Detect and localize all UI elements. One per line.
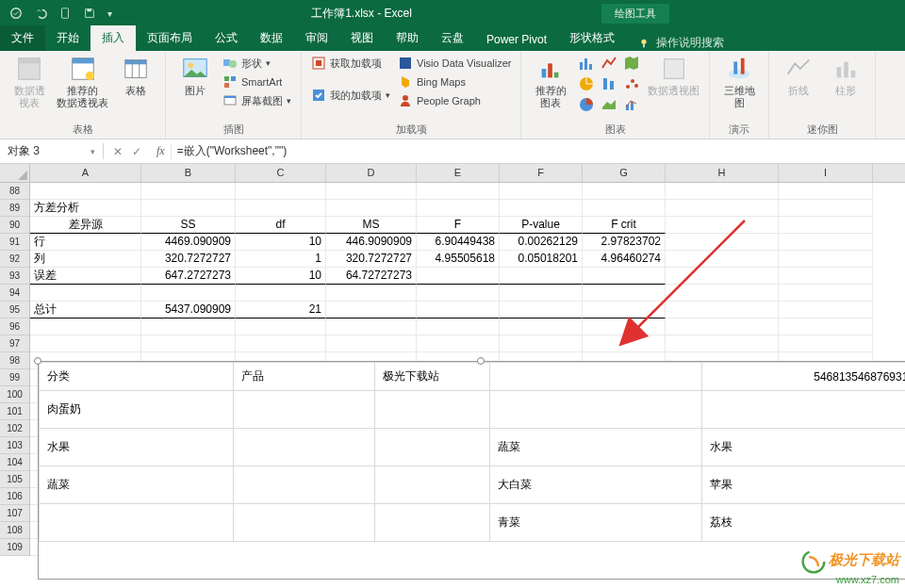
svg-rect-24 <box>316 60 321 66</box>
svg-rect-45 <box>734 62 738 74</box>
qat-more-icon[interactable]: ▾ <box>107 8 112 19</box>
svg-rect-43 <box>665 59 684 79</box>
group-charts: 推荐的 图表 数据透视图 图表 <box>521 51 710 139</box>
svg-rect-20 <box>224 83 229 88</box>
svg-point-15 <box>189 62 194 68</box>
undo-icon[interactable] <box>34 7 47 20</box>
table-button[interactable]: 表格 <box>116 55 156 97</box>
svg-point-27 <box>403 95 408 101</box>
column-headers[interactable]: ABCDEFGHI <box>30 164 905 183</box>
tab-file[interactable]: 文件 <box>0 25 45 51</box>
tab-shape-format[interactable]: 形状格式 <box>558 25 626 51</box>
tab-cloud[interactable]: 云盘 <box>430 25 475 51</box>
people-graph-button[interactable]: People Graph <box>398 92 511 109</box>
svg-rect-6 <box>19 58 41 64</box>
worksheet-grid[interactable]: ABCDEFGHI 888990919293949596979899100101… <box>0 164 905 588</box>
enter-formula-icon[interactable]: ✓ <box>132 145 141 158</box>
svg-point-0 <box>11 8 22 19</box>
sparkline-column-button: 柱形 <box>826 55 865 97</box>
bing-maps-button[interactable]: Bing Maps <box>398 74 511 90</box>
chart-combo-icon[interactable] <box>623 96 640 113</box>
get-addins-button[interactable]: 获取加载项 <box>311 55 390 72</box>
row-headers[interactable]: 8889909192939495969798991001011021031041… <box>0 183 30 556</box>
touch-icon[interactable] <box>58 7 72 20</box>
resize-handle-tm[interactable] <box>477 357 485 365</box>
group-label-addins: 加载项 <box>311 121 511 137</box>
visio-visualizer-button[interactable]: Visio Data Visualizer <box>398 55 511 72</box>
svg-rect-46 <box>741 58 745 74</box>
tab-powerpivot[interactable]: Power Pivot <box>475 28 558 51</box>
svg-point-37 <box>626 85 630 89</box>
window-title: 工作簿1.xlsx - Excel <box>122 6 601 22</box>
chart-pie-icon[interactable] <box>578 96 595 113</box>
pivot-chart-button: 数据透视图 <box>648 55 699 97</box>
pivot-table-button: 数据透 视表 <box>9 55 49 109</box>
screenshot-button[interactable]: 屏幕截图 ▾ <box>222 92 291 109</box>
svg-point-9 <box>85 72 93 80</box>
group-tables: 数据透 视表 推荐的 数据透视表 表格 表格 <box>0 51 166 139</box>
tab-layout[interactable]: 页面布局 <box>136 25 204 51</box>
chart-line-icon[interactable] <box>601 55 617 72</box>
group-label-tables: 表格 <box>9 121 156 137</box>
recommended-pivot-button[interactable]: 推荐的 数据透视表 <box>57 55 108 109</box>
group-addins: 获取加载项 我的加载项 ▾ Visio Data Visualizer Bing… <box>302 51 521 139</box>
group-tours: 三维地 图 演示 <box>710 51 769 139</box>
pictures-button[interactable]: 图片 <box>175 55 215 97</box>
recommended-charts-button[interactable]: 推荐的 图表 <box>531 55 570 109</box>
save-icon[interactable] <box>83 7 96 20</box>
tab-help[interactable]: 帮助 <box>385 25 430 51</box>
autosave-icon[interactable] <box>9 7 23 20</box>
tell-me-search[interactable]: 操作说明搜索 <box>626 35 735 51</box>
group-sparklines: 折线 柱形 迷你图 <box>769 51 876 139</box>
svg-point-39 <box>634 84 638 88</box>
svg-rect-31 <box>580 62 583 70</box>
tab-formulas[interactable]: 公式 <box>204 25 249 51</box>
tab-review[interactable]: 审阅 <box>294 25 339 51</box>
tab-data[interactable]: 数据 <box>249 25 294 51</box>
svg-rect-2 <box>87 9 90 12</box>
svg-rect-8 <box>72 58 93 64</box>
svg-rect-26 <box>400 57 411 69</box>
group-illustrations: 图片 形状 ▾ SmartArt 屏幕截图 ▾ 插图 <box>166 51 302 139</box>
formula-bar: 对象 3▾ ✕ ✓ fx =嵌入("Worksheet","") <box>0 139 905 164</box>
svg-rect-22 <box>224 96 236 98</box>
tell-me-label: 操作说明搜索 <box>656 35 724 51</box>
tab-home[interactable]: 开始 <box>45 25 90 51</box>
formula-input[interactable]: =嵌入("Worksheet","") <box>171 143 905 159</box>
resize-handle-tl[interactable] <box>34 357 41 365</box>
window-titlebar: ▾ 工作簿1.xlsx - Excel 绘图工具 <box>0 0 905 26</box>
3d-map-button[interactable]: 三维地 图 <box>719 55 759 109</box>
quick-access-toolbar: ▾ <box>0 7 122 20</box>
select-all-corner[interactable] <box>0 164 30 183</box>
svg-rect-49 <box>851 71 856 78</box>
svg-rect-19 <box>231 76 236 81</box>
smartart-button[interactable]: SmartArt <box>222 74 291 90</box>
chart-surface-icon[interactable] <box>601 96 617 113</box>
cancel-formula-icon[interactable]: ✕ <box>113 145 123 158</box>
group-label-spark: 迷你图 <box>779 121 865 137</box>
name-box[interactable]: 对象 3▾ <box>0 143 104 159</box>
chart-bar2d-icon[interactable] <box>578 55 595 72</box>
chart-hier-icon[interactable] <box>578 75 595 92</box>
fx-icon[interactable]: fx <box>151 144 171 158</box>
group-label-charts: 图表 <box>531 121 699 137</box>
svg-rect-36 <box>610 81 614 90</box>
tab-view[interactable]: 视图 <box>339 25 385 51</box>
group-label-tour: 演示 <box>719 121 759 137</box>
chart-map-icon[interactable] <box>623 55 640 72</box>
embedded-table: 分类产品极光下载站5468135468769310肉蛋奶水果蔬菜水果蔬菜大白菜苹… <box>39 362 905 542</box>
sparkline-line-button: 折线 <box>779 55 818 97</box>
embedded-worksheet-object[interactable]: 分类产品极光下载站5468135468769310肉蛋奶水果蔬菜水果蔬菜大白菜苹… <box>38 361 905 580</box>
chart-scatter-icon[interactable] <box>623 75 640 92</box>
watermark-logo: 极光下载站www.xz7.com <box>801 549 899 586</box>
svg-point-3 <box>641 39 646 43</box>
group-label-illus: 插图 <box>175 121 291 137</box>
svg-rect-32 <box>584 58 587 70</box>
chart-stat-icon[interactable] <box>601 75 617 92</box>
my-addins-button[interactable]: 我的加载项 ▾ <box>311 87 390 104</box>
svg-rect-35 <box>603 78 607 90</box>
svg-rect-11 <box>125 60 147 65</box>
svg-rect-48 <box>845 62 849 78</box>
tab-insert[interactable]: 插入 <box>90 25 136 51</box>
shapes-button[interactable]: 形状 ▾ <box>222 55 291 72</box>
